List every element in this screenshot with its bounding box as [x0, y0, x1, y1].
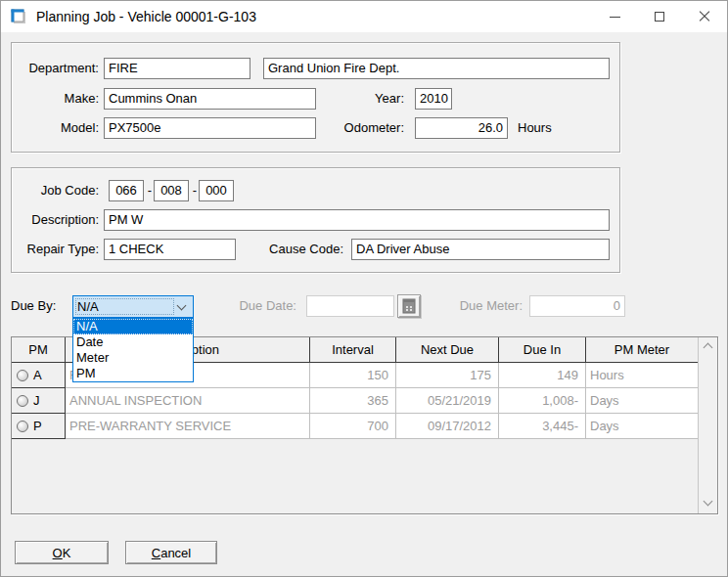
make-label: Make: — [11, 88, 99, 110]
pm-radio-a[interactable] — [17, 370, 28, 381]
repair-type-field[interactable]: 1 CHECK — [104, 239, 236, 260]
odometer-label: Odometer: — [324, 117, 404, 139]
close-button[interactable] — [682, 1, 727, 32]
table-cell-pm-meter[interactable]: Days — [586, 388, 699, 414]
pm-radio-j[interactable] — [17, 395, 28, 407]
cause-code-field[interactable]: DA Driver Abuse — [351, 239, 610, 260]
table-cell-interval[interactable]: 150 — [310, 363, 396, 388]
table-row-pm-cell[interactable]: A — [12, 363, 66, 388]
dropdown-option-meter[interactable]: Meter — [73, 350, 193, 366]
maximize-button[interactable] — [637, 1, 682, 32]
calendar-button — [397, 294, 421, 318]
dropdown-option-pm[interactable]: PM — [73, 366, 193, 381]
pm-code: J — [33, 393, 40, 408]
repair-type-label: Repair Type: — [11, 239, 99, 260]
job-code-part3-field[interactable]: 000 — [199, 180, 234, 201]
table-cell-interval[interactable]: 365 — [310, 388, 396, 414]
due-meter-label: Due Meter: — [442, 295, 523, 317]
due-by-combobox[interactable]: N/A — [72, 295, 194, 318]
due-by-label: Due By: — [11, 295, 68, 317]
table-cell-due-in[interactable]: 149 — [499, 363, 586, 388]
odometer-unit-label: Hours — [518, 117, 576, 139]
table-cell-pm-meter[interactable]: Hours — [586, 363, 699, 388]
description-label: Description: — [11, 209, 99, 231]
job-code-part1-field[interactable]: 066 — [109, 180, 144, 201]
table-row-pm-cell[interactable]: J — [12, 388, 66, 414]
cancel-button[interactable]: Cancel — [125, 541, 217, 564]
pm-code: A — [33, 368, 42, 382]
table-cell-pm-meter[interactable]: Days — [586, 414, 699, 439]
year-field[interactable]: 2010 — [415, 88, 452, 110]
pm-radio-p[interactable] — [17, 421, 28, 432]
department-code-field[interactable]: FIRE — [104, 58, 250, 79]
due-meter-field: 0 — [529, 295, 625, 317]
department-label: Department: — [11, 58, 99, 79]
title-bar: Planning Job - Vehicle 00001-G-103 — [1, 1, 727, 32]
table-cell-description[interactable]: ANNUAL INSPECTION — [66, 388, 310, 414]
minimize-button[interactable] — [592, 1, 637, 32]
table-cell-due-in[interactable]: 3,445- — [499, 414, 586, 439]
calendar-icon — [398, 295, 420, 317]
department-name-field[interactable]: Grand Union Fire Dept. — [263, 58, 610, 79]
odometer-field[interactable]: 26.0 — [415, 117, 508, 139]
maximize-icon — [655, 12, 664, 22]
job-code-label: Job Code: — [11, 180, 99, 201]
ok-button-label: OK — [22, 543, 102, 564]
job-code-separator: - — [191, 180, 199, 201]
due-date-field — [306, 295, 394, 317]
minimize-icon — [610, 17, 620, 18]
column-header-pm[interactable]: PM — [12, 337, 66, 363]
dropdown-option-date[interactable]: Date — [73, 334, 193, 350]
description-field[interactable]: PM W — [104, 209, 610, 231]
table-cell-description[interactable]: PRE-WARRANTY SERVICE — [66, 414, 310, 439]
ok-button[interactable]: OK — [15, 541, 109, 564]
model-label: Model: — [11, 117, 99, 139]
table-cell-interval[interactable]: 700 — [310, 414, 396, 439]
column-header-due-in[interactable]: Due In — [499, 337, 586, 363]
planning-job-dialog: Planning Job - Vehicle 00001-G-103 Depar… — [0, 0, 728, 577]
chevron-down-icon — [177, 301, 187, 311]
table-cell-next-due[interactable]: 09/17/2012 — [396, 414, 499, 439]
column-header-interval[interactable]: Interval — [310, 337, 396, 363]
due-by-dropdown-list: N/A Date Meter PM — [72, 318, 194, 382]
make-field[interactable]: Cummins Onan — [104, 88, 316, 110]
focus-rect — [75, 298, 174, 315]
scroll-up-icon[interactable] — [704, 343, 713, 353]
column-header-pm-meter[interactable]: PM Meter — [586, 337, 699, 363]
job-code-part2-field[interactable]: 008 — [154, 180, 189, 201]
model-field[interactable]: PX7500e — [104, 117, 316, 139]
dropdown-option-na[interactable]: N/A — [73, 319, 193, 334]
pm-code: P — [33, 419, 42, 433]
window-icon — [11, 9, 26, 24]
cause-code-label: Cause Code: — [255, 239, 343, 260]
job-code-separator: - — [146, 180, 154, 201]
year-label: Year: — [324, 88, 404, 110]
vertical-scrollbar[interactable] — [698, 337, 717, 513]
table-cell-due-in[interactable]: 1,008- — [499, 388, 586, 414]
due-date-label: Due Date: — [236, 295, 296, 317]
scroll-down-icon[interactable] — [704, 497, 713, 507]
table-cell-next-due[interactable]: 175 — [396, 363, 499, 388]
column-header-next-due[interactable]: Next Due — [396, 337, 499, 363]
window-title: Planning Job - Vehicle 00001-G-103 — [36, 1, 256, 32]
table-row-pm-cell[interactable]: P — [12, 414, 66, 439]
cancel-button-label: Cancel — [132, 543, 210, 564]
table-cell-next-due[interactable]: 05/21/2019 — [396, 388, 499, 414]
